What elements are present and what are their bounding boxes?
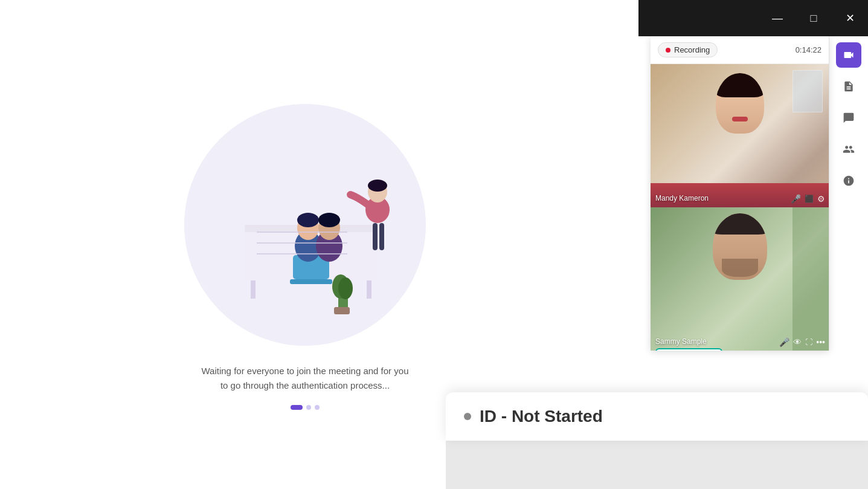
close-icon: ✕: [846, 11, 855, 25]
minimize-icon: —: [772, 12, 783, 25]
meeting-illustration: [196, 116, 414, 334]
close-button[interactable]: ✕: [832, 0, 868, 36]
more-icon-sammy[interactable]: •••: [816, 337, 825, 347]
recording-bar: Recording 0:14:22: [651, 36, 829, 64]
participant-label-mandy: Mandy Kameron: [655, 194, 709, 202]
info-icon: [843, 175, 855, 187]
minimize-button[interactable]: —: [759, 0, 796, 36]
recording-dot: [666, 48, 670, 53]
video-controls-mandy: 🎤 ⬛ ⚙: [791, 194, 825, 204]
svg-rect-22: [334, 307, 350, 314]
document-icon-button[interactable]: [836, 74, 861, 99]
title-bar: — □ ✕: [638, 0, 868, 36]
svg-rect-17: [379, 223, 384, 250]
right-panel: Recording 0:14:22 Mandy Kameron 🎤: [651, 36, 829, 351]
svg-rect-16: [373, 223, 378, 250]
participant-label-sammy: Sammy Sample: [655, 337, 707, 346]
video-feed-sammy: Sammy Sample 🎤 👁 ⛶ ••• ID - Not Started: [651, 207, 829, 351]
progress-dot-1: [291, 405, 303, 410]
settings-icon-mandy[interactable]: ⚙: [817, 194, 825, 204]
video-controls-sammy: 🎤 👁 ⛶ •••: [779, 337, 825, 347]
video-feed-mandy: Mandy Kameron 🎤 ⬛ ⚙: [651, 64, 829, 207]
svg-point-12: [318, 213, 340, 227]
waiting-text: Waiting for everyone to join the meeting…: [202, 364, 409, 393]
id-badge-large[interactable]: ID - Not Started: [446, 392, 868, 441]
progress-dot-3: [315, 405, 320, 410]
svg-rect-3: [251, 280, 256, 299]
side-icons-panel: [829, 36, 868, 351]
people-icon-button[interactable]: [836, 137, 861, 162]
eye-icon-sammy[interactable]: 👁: [793, 337, 802, 347]
document-icon: [843, 80, 855, 92]
progress-dot-2: [306, 405, 311, 410]
people-icon: [843, 143, 855, 155]
mic-icon-mandy[interactable]: 🎤: [791, 194, 801, 204]
svg-point-21: [338, 277, 353, 299]
recording-badge[interactable]: Recording: [658, 42, 718, 57]
maximize-icon: □: [811, 12, 817, 25]
chat-icon-button[interactable]: [836, 105, 861, 131]
illustration-container: Waiting for everyone to join the meeting…: [184, 104, 426, 410]
info-icon-button[interactable]: [836, 168, 861, 193]
svg-point-15: [368, 180, 387, 192]
recording-label: Recording: [674, 45, 710, 54]
recording-timer: 0:14:22: [796, 45, 821, 54]
mic-icon-sammy[interactable]: 🎤: [779, 337, 789, 347]
video-feeds: Mandy Kameron 🎤 ⬛ ⚙: [651, 64, 829, 351]
id-badge-small[interactable]: ID - Not Started: [655, 348, 722, 351]
screen-icon-mandy[interactable]: ⬛: [805, 195, 814, 203]
progress-dots: [291, 405, 320, 410]
video-icon: [843, 49, 855, 61]
chat-icon: [843, 112, 855, 124]
svg-rect-6: [290, 279, 332, 284]
maximize-button[interactable]: □: [796, 0, 832, 36]
bottom-overlay: [446, 441, 868, 489]
svg-point-9: [297, 213, 319, 227]
id-badge-large-text: ID - Not Started: [480, 407, 603, 426]
svg-rect-4: [367, 280, 371, 299]
expand-icon-sammy[interactable]: ⛶: [805, 338, 812, 346]
id-dot-large: [464, 413, 471, 420]
illustration-circle: [184, 104, 426, 346]
video-icon-button[interactable]: [836, 42, 861, 68]
